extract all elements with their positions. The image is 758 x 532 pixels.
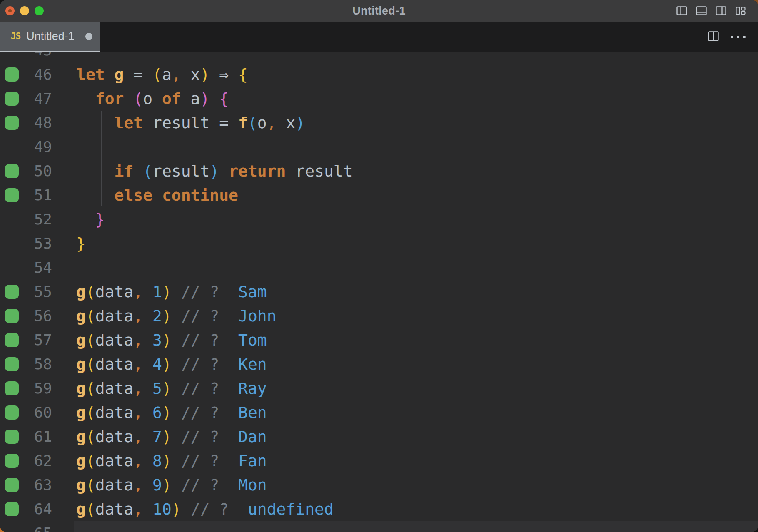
- line-number: 63: [0, 473, 52, 497]
- code-text[interactable]: g(data, 9) // ? Mon: [76, 473, 267, 497]
- code-text[interactable]: g(data, 6) // ? Ben: [76, 400, 267, 425]
- code-text[interactable]: g(data, 2) // ? John: [76, 304, 277, 328]
- toggle-primary-sidebar-icon[interactable]: [675, 4, 688, 17]
- line-number: 58: [0, 352, 52, 376]
- code-line: 63g(data, 9) // ? Mon: [0, 473, 758, 497]
- line-number: 47: [0, 87, 52, 111]
- toggle-secondary-sidebar-icon[interactable]: [714, 4, 728, 17]
- line-number: 62: [0, 449, 52, 473]
- vscode-window: 4546let g = (a, x) ⇒ {47 for (o of a) {4…: [0, 0, 758, 532]
- indent-guide: [82, 87, 82, 231]
- code-text[interactable]: g(data, 10) // ? undefined: [76, 497, 334, 521]
- code-text[interactable]: }: [76, 207, 105, 231]
- line-number: 57: [0, 328, 52, 352]
- line-number: 51: [0, 183, 52, 207]
- code-line: 59g(data, 5) // ? Ray: [0, 376, 758, 400]
- code-line: 58g(data, 4) // ? Ken: [0, 352, 758, 376]
- code-line: 49: [0, 135, 758, 159]
- code-text[interactable]: if (result) return result: [76, 159, 353, 183]
- toggle-panel-icon[interactable]: [695, 4, 708, 17]
- code-line: 47 for (o of a) {: [0, 87, 758, 111]
- line-number: 49: [0, 135, 52, 159]
- editor[interactable]: 4546let g = (a, x) ⇒ {47 for (o of a) {4…: [0, 0, 758, 532]
- code-line: 62g(data, 8) // ? Fan: [0, 449, 758, 473]
- js-language-icon: JS: [11, 31, 20, 41]
- line-number: 55: [0, 280, 52, 304]
- code-text[interactable]: g(data, 4) // ? Ken: [76, 352, 267, 376]
- modified-indicator-icon: [85, 33, 92, 40]
- code-text[interactable]: g(data, 5) // ? Ray: [76, 376, 267, 400]
- line-number: 60: [0, 400, 52, 425]
- window-title: Untitled-1: [0, 5, 758, 17]
- split-editor-button[interactable]: [707, 30, 720, 44]
- line-number: 61: [0, 425, 52, 449]
- line-number: 64: [0, 497, 52, 521]
- indent-guide: [101, 111, 102, 206]
- customize-layout-icon[interactable]: [734, 4, 747, 17]
- code-line: 54: [0, 256, 758, 280]
- code-line: 61g(data, 7) // ? Dan: [0, 425, 758, 449]
- code-text[interactable]: }: [76, 231, 86, 256]
- more-actions-button[interactable]: [731, 36, 746, 38]
- code-line: 60g(data, 6) // ? Ben: [0, 400, 758, 425]
- tab-bar: JS Untitled-1: [0, 22, 758, 52]
- code-text[interactable]: let g = (a, x) ⇒ {: [76, 62, 248, 87]
- line-number: 65: [0, 521, 52, 532]
- line-number: 59: [0, 376, 52, 400]
- line-number: 48: [0, 111, 52, 135]
- tab-untitled-1[interactable]: JS Untitled-1: [0, 22, 100, 52]
- title-bar: Untitled-1: [0, 0, 758, 22]
- code-line: 51 else continue: [0, 183, 758, 207]
- line-number: 52: [0, 207, 52, 231]
- code-text[interactable]: for (o of a) {: [76, 87, 229, 111]
- line-number: 53: [0, 231, 52, 256]
- code-line: 64g(data, 10) // ? undefined: [0, 497, 758, 521]
- code-text[interactable]: g(data, 3) // ? Tom: [76, 328, 267, 352]
- line-number: 56: [0, 304, 52, 328]
- line-number: 46: [0, 62, 52, 87]
- code-text[interactable]: let result = f(o, x): [76, 111, 305, 135]
- code-text[interactable]: g(data, 7) // ? Dan: [76, 425, 267, 449]
- code-line: 50 if (result) return result: [0, 159, 758, 183]
- tab-label: Untitled-1: [26, 30, 81, 43]
- code-text[interactable]: g(data, 1) // ? Sam: [76, 280, 267, 304]
- code-rows: 4546let g = (a, x) ⇒ {47 for (o of a) {4…: [0, 38, 758, 532]
- code-line: 53}: [0, 231, 758, 256]
- line-number: 54: [0, 256, 52, 280]
- code-line: 65: [0, 521, 758, 532]
- code-line: 46let g = (a, x) ⇒ {: [0, 62, 758, 87]
- code-line: 55g(data, 1) // ? Sam: [0, 280, 758, 304]
- code-line: 52 }: [0, 207, 758, 231]
- code-line: 48 let result = f(o, x): [0, 111, 758, 135]
- code-text[interactable]: g(data, 8) // ? Fan: [76, 449, 267, 473]
- line-number: 50: [0, 159, 52, 183]
- code-line: 57g(data, 3) // ? Tom: [0, 328, 758, 352]
- code-line: 56g(data, 2) // ? John: [0, 304, 758, 328]
